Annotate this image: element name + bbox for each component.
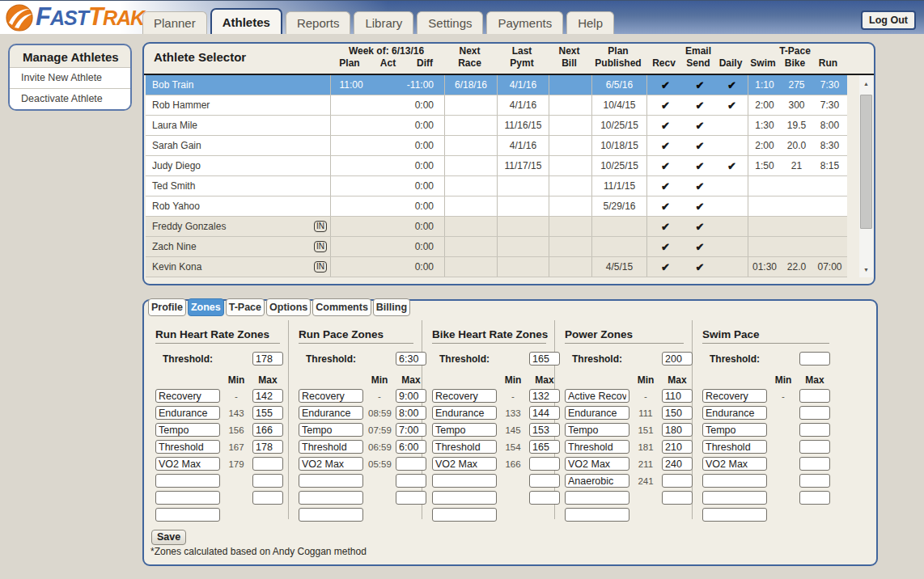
athlete-row[interactable]: Judy Diego 0:00 11/17/15 10/25/15 ✔ ✔ ✔ … [146,156,847,176]
zone-name-input[interactable] [155,440,220,454]
zone-name-input[interactable] [702,389,767,403]
detail-tab[interactable]: Billing [373,298,410,316]
nav-tab[interactable]: Help [566,11,614,34]
zone-name-input[interactable] [565,423,629,437]
athlete-row[interactable]: Ted Smith 0:00 11/1/15 ✔ ✔ [146,176,847,197]
threshold-input[interactable] [799,352,830,366]
zone-name-input[interactable] [155,474,220,488]
zone-name-input[interactable] [432,491,497,505]
zone-name-input[interactable] [299,474,363,488]
zone-name-input[interactable] [299,457,363,471]
zone-max-input[interactable] [252,457,283,471]
detail-tab[interactable]: Zones [188,298,224,316]
zone-name-input[interactable] [155,457,220,471]
zone-max-input[interactable] [662,389,693,403]
athlete-row[interactable]: Freddy GonzalesIN 0:00 ✔ ✔ [146,217,847,237]
zone-name-input[interactable] [565,457,629,471]
zone-name-input[interactable] [702,457,767,471]
zone-max-input[interactable] [252,406,283,420]
sidebar-item[interactable]: Invite New Athlete [10,67,130,88]
zone-name-input[interactable] [432,457,497,471]
logout-button[interactable]: Log Out [861,11,916,30]
zone-name-input[interactable] [299,406,363,420]
zone-name-input[interactable] [299,423,363,437]
zone-name-input[interactable] [702,423,767,437]
detail-tab[interactable]: Profile [148,298,186,316]
zone-max-input[interactable] [662,457,693,471]
zone-name-input[interactable] [702,491,767,505]
athlete-row[interactable]: Kevin KonaIN 0:00 4/5/15 ✔ ✔ 01:30 22.0 … [146,257,847,277]
nav-tab[interactable]: Reports [286,11,351,34]
zone-max-input[interactable] [799,474,830,488]
threshold-input[interactable] [252,352,283,366]
zone-name-input[interactable] [565,440,629,454]
sidebar-item[interactable]: Deactivate Athlete [10,88,130,109]
zone-name-input[interactable] [565,508,629,522]
zone-name-input[interactable] [299,508,363,522]
detail-tab[interactable]: Comments [312,298,371,316]
zone-max-input[interactable] [662,491,693,505]
zone-name-input[interactable] [432,474,497,488]
zone-max-input[interactable] [252,423,283,437]
zone-max-input[interactable] [252,389,283,403]
tpace-run-cell: 8:00 [812,116,847,135]
min-label: Min [772,374,795,386]
save-button[interactable]: Save [151,530,186,545]
zone-name-input[interactable] [432,423,497,437]
athlete-table-scrollbar[interactable]: ▲ ▼ [859,75,873,277]
zone-name-input[interactable] [702,508,767,522]
nav-tab[interactable]: Athletes [210,8,282,34]
zone-max-input[interactable] [799,440,830,454]
zone-name-input[interactable] [565,491,629,505]
nav-tab[interactable]: Payments [486,11,563,34]
zone-name-input[interactable] [155,389,220,403]
athlete-row[interactable]: Bob Train 11:00 -11:00 6/18/16 4/1/16 6/… [146,75,847,95]
athlete-row[interactable]: Sarah Gain 0:00 4/1/16 10/18/15 ✔ ✔ 2:00… [146,136,847,156]
scroll-up-icon[interactable]: ▲ [859,77,873,90]
zone-name-input[interactable] [155,508,220,522]
nav-tab[interactable]: Settings [417,11,483,34]
scroll-down-icon[interactable]: ▼ [859,263,873,276]
zone-name-input[interactable] [565,406,629,420]
athlete-row[interactable]: Laura Mile 0:00 11/16/15 10/25/15 ✔ ✔ 1:… [146,116,847,136]
athlete-detail-panel: Profile Zones T-Pace Options Comments Bi… [142,299,878,566]
zone-name-input[interactable] [299,491,363,505]
zone-name-input[interactable] [432,389,497,403]
zone-max-input[interactable] [799,389,830,403]
zone-max-input[interactable] [799,457,830,471]
zone-name-input[interactable] [432,406,497,420]
zone-name-input[interactable] [565,474,629,488]
zone-max-input[interactable] [662,423,693,437]
zone-name-input[interactable] [702,474,767,488]
zone-max-input[interactable] [252,440,283,454]
zone-name-input[interactable] [702,406,767,420]
zone-name-input[interactable] [155,491,220,505]
zone-name-input[interactable] [299,389,363,403]
plan-cell [331,176,371,196]
scrollbar-thumb[interactable] [860,95,872,229]
zone-name-input[interactable] [155,406,220,420]
zone-name-input[interactable] [565,389,629,403]
threshold-input[interactable] [662,352,693,366]
nav-tab[interactable]: Planner [142,11,207,34]
zone-name-input[interactable] [155,423,220,437]
zone-max-input[interactable] [252,491,283,505]
nav-tab[interactable]: Library [354,11,413,34]
zone-name-input[interactable] [702,440,767,454]
zone-max-input[interactable] [799,423,830,437]
zone-name-input[interactable] [432,508,497,522]
zone-max-input[interactable] [252,474,283,488]
zone-max-input[interactable] [662,474,693,488]
zone-max-input[interactable] [662,440,693,454]
detail-tab[interactable]: Options [266,298,311,316]
athlete-row[interactable]: Rob Yahoo 0:00 5/29/16 ✔ ✔ [146,197,847,217]
zone-max-input[interactable] [799,491,830,505]
zone-name-input[interactable] [432,440,497,454]
athlete-row[interactable]: Rob Hammer 0:00 4/1/16 10/4/15 ✔ ✔ ✔ 2:0… [146,95,847,116]
zone-name-input[interactable] [299,440,363,454]
zone-max-input[interactable] [662,406,693,420]
detail-tab[interactable]: T-Pace [226,298,265,316]
col-plan-published: PlanPublished [591,45,646,70]
zone-max-input[interactable] [799,406,830,420]
athlete-row[interactable]: Zach NineIN 0:00 ✔ ✔ [146,237,847,257]
